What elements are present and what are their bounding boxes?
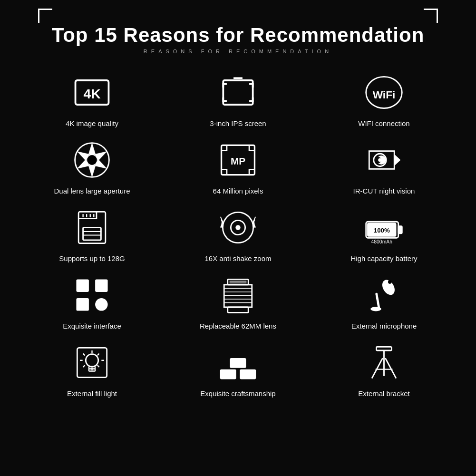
feature-lens-label: Replaceable 62MM lens bbox=[200, 322, 276, 330]
ips-icon bbox=[217, 71, 260, 114]
feature-bracket: External bracket bbox=[311, 334, 457, 401]
svg-rect-58 bbox=[220, 369, 236, 379]
svg-text:MP: MP bbox=[231, 155, 245, 166]
battery-icon: 100% 4800mAh bbox=[363, 206, 406, 249]
svg-rect-2 bbox=[223, 80, 253, 105]
svg-text:4K: 4K bbox=[83, 86, 101, 101]
features-grid: 4K 4K image quality 3-inc bbox=[19, 64, 457, 401]
feature-nightvision-label: IR-CUT night vision bbox=[353, 187, 415, 195]
feature-zoom: 16X anti shake zoom bbox=[165, 199, 311, 266]
svg-marker-11 bbox=[394, 154, 400, 166]
svg-point-12 bbox=[378, 158, 382, 162]
page-container: Top 15 Reasons for Recommendation REASON… bbox=[0, 0, 476, 476]
svg-point-42 bbox=[380, 278, 398, 297]
mic-icon bbox=[363, 273, 406, 316]
aperture-icon bbox=[71, 138, 114, 181]
svg-text:100%: 100% bbox=[374, 226, 390, 233]
bracket-icon bbox=[363, 341, 406, 384]
svg-rect-18 bbox=[83, 227, 101, 240]
svg-line-54 bbox=[83, 353, 85, 355]
feature-mp: MP 64 Million pixels bbox=[165, 131, 311, 199]
svg-line-64 bbox=[385, 358, 396, 379]
svg-point-47 bbox=[86, 354, 98, 366]
feature-bracket-label: External bracket bbox=[358, 389, 409, 398]
feature-mic: External microphone bbox=[311, 266, 457, 334]
feature-aperture-label: Dual lens large aperture bbox=[54, 187, 130, 195]
svg-rect-61 bbox=[376, 347, 391, 350]
svg-line-56 bbox=[83, 365, 85, 367]
nightvision-icon bbox=[363, 138, 406, 181]
feature-filllight-label: External fill light bbox=[67, 389, 117, 398]
svg-line-57 bbox=[97, 365, 99, 367]
page-subtitle: REASONS FOR RECOMMENDATION bbox=[19, 49, 457, 54]
feature-filllight: External fill light bbox=[19, 334, 165, 401]
craftsmanship-icon bbox=[217, 341, 260, 384]
feature-sd-label: Supports up to 128G bbox=[59, 254, 125, 262]
feature-aperture: Dual lens large aperture bbox=[19, 131, 165, 199]
feature-mp-label: 64 Million pixels bbox=[213, 187, 263, 195]
svg-rect-29 bbox=[76, 279, 88, 291]
svg-point-7 bbox=[87, 155, 97, 165]
svg-rect-33 bbox=[228, 279, 248, 284]
corner-tr-bracket bbox=[424, 9, 438, 23]
feature-battery-label: High capacity battery bbox=[350, 254, 417, 262]
sd-icon bbox=[71, 206, 114, 249]
svg-text:WiFi: WiFi bbox=[373, 88, 396, 100]
feature-battery: 100% 4800mAh High capacity battery bbox=[311, 199, 457, 266]
svg-point-23 bbox=[236, 225, 240, 229]
mp-icon: MP bbox=[217, 138, 260, 181]
feature-interface: Exquisite interface bbox=[19, 266, 165, 334]
svg-rect-43 bbox=[375, 292, 380, 308]
svg-rect-59 bbox=[240, 369, 256, 379]
feature-nightvision: IR-CUT night vision bbox=[311, 131, 457, 199]
feature-lens: Replaceable 62MM lens bbox=[165, 266, 311, 334]
feature-ips-label: 3-inch IPS screen bbox=[210, 119, 266, 127]
corner-tl-bracket bbox=[38, 9, 52, 23]
feature-ips: 3-inch IPS screen bbox=[165, 64, 311, 131]
svg-rect-25 bbox=[398, 226, 402, 233]
zoom-icon bbox=[217, 206, 260, 249]
feature-craftsmanship: Exquisite craftsmanship bbox=[165, 334, 311, 401]
feature-interface-label: Exquisite interface bbox=[63, 322, 121, 330]
interface-icon bbox=[71, 273, 114, 316]
svg-rect-31 bbox=[76, 298, 88, 311]
feature-sd: Supports up to 128G bbox=[19, 199, 165, 266]
feature-wifi-label: WIFI connection bbox=[358, 119, 409, 127]
lens-icon bbox=[217, 273, 260, 316]
feature-mic-label: External microphone bbox=[351, 322, 417, 330]
feature-craftsmanship-label: Exquisite craftsmanship bbox=[200, 389, 275, 398]
feature-wifi: WiFi WIFI connection bbox=[311, 64, 457, 131]
feature-4k-label: 4K image quality bbox=[66, 119, 118, 127]
svg-rect-30 bbox=[95, 279, 107, 291]
svg-line-55 bbox=[97, 353, 99, 355]
svg-text:4800mAh: 4800mAh bbox=[371, 239, 393, 244]
page-title: Top 15 Reasons for Recommendation bbox=[19, 24, 457, 47]
filllight-icon bbox=[71, 341, 114, 384]
feature-4k: 4K 4K image quality bbox=[19, 64, 165, 131]
svg-line-63 bbox=[372, 358, 383, 379]
wifi-icon: WiFi bbox=[363, 71, 406, 114]
svg-point-45 bbox=[388, 280, 392, 284]
svg-rect-60 bbox=[230, 358, 246, 368]
4k-icon: 4K bbox=[71, 71, 114, 114]
svg-rect-41 bbox=[228, 307, 248, 312]
svg-point-44 bbox=[370, 307, 381, 311]
svg-point-32 bbox=[95, 298, 107, 311]
page-header: Top 15 Reasons for Recommendation REASON… bbox=[19, 10, 457, 59]
feature-zoom-label: 16X anti shake zoom bbox=[204, 254, 271, 262]
